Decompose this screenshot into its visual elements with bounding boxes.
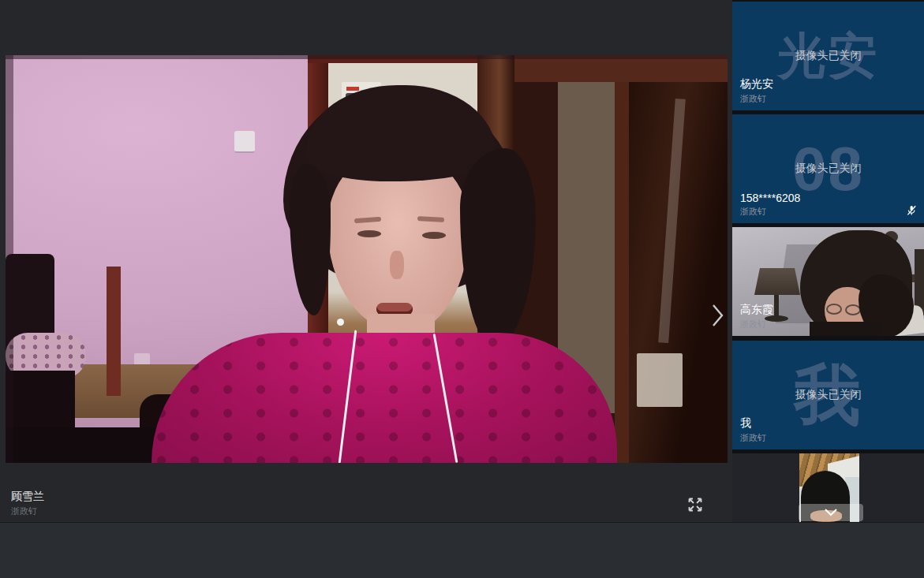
white-box-shelf (637, 353, 683, 407)
participant-tile-video[interactable]: 高东霞 浙政钉 (732, 227, 924, 336)
participant-name: 我 (740, 416, 751, 431)
participant-sidebar: 光安 摄像头已关闭 杨光安 浙政钉 08 摄像头已关闭 158****6208 … (732, 0, 924, 522)
participant-name: 杨光安 (740, 77, 773, 91)
participant-tile-camera-off[interactable]: 光安 摄像头已关闭 杨光安 浙政钉 (732, 2, 924, 110)
main-video-stage (6, 55, 728, 463)
participant-name: 高东霞 (740, 303, 773, 317)
participant-org: 浙政钉 (740, 206, 766, 218)
participant-org: 浙政钉 (740, 432, 766, 444)
speaker-hair-left (290, 164, 331, 315)
fullscreen-button[interactable] (683, 493, 707, 516)
thermostat (234, 131, 255, 153)
cabinet-divider (615, 82, 629, 463)
next-speaker-button[interactable] (706, 293, 728, 337)
woman-clothes (810, 322, 882, 336)
speaker-eye-left (357, 230, 381, 237)
camera-off-text: 摄像头已关闭 (732, 388, 924, 402)
meeting-toolbar: 钉钉 静音 (0, 522, 924, 578)
meeting-window: 顾雪兰 浙政钉 光安 摄像头已关闭 杨光安 浙政钉 08 摄像头已关闭 158*… (0, 0, 924, 578)
wardrobe-top-band (514, 55, 728, 82)
camera-off-text: 摄像头已关闭 (732, 49, 924, 63)
scroll-down-button[interactable] (799, 504, 863, 521)
speaker-eye-right (422, 232, 446, 239)
stage-speaker-name: 顾雪兰 (11, 490, 44, 504)
participant-tile-camera-off[interactable]: 我 摄像头已关闭 我 浙政钉 (732, 341, 924, 449)
earphone-bud (337, 319, 344, 326)
lamp-stand (774, 295, 779, 317)
expand-icon (686, 496, 704, 513)
stage-speaker-org: 浙政钉 (11, 505, 37, 517)
participant-org: 浙政钉 (740, 93, 766, 105)
stage-left-shade (6, 55, 13, 463)
participant-tile-camera-off[interactable]: 08 摄像头已关闭 158****6208 浙政钉 (732, 114, 924, 223)
woman-glasses-left (826, 304, 842, 315)
speaker-sweater (152, 333, 617, 463)
lamp-shade (754, 268, 800, 295)
mic-muted-icon (905, 204, 918, 217)
speaker-nose (390, 251, 404, 279)
participant-name: 158****6208 (740, 192, 800, 204)
stage-top-shade (6, 55, 728, 59)
chevron-down-icon (821, 508, 840, 517)
wood-leg-strip (107, 267, 121, 396)
camera-off-text: 摄像头已关闭 (732, 162, 924, 176)
chevron-right-icon (710, 301, 726, 330)
participant-org: 浙政钉 (740, 319, 766, 330)
carton-logo (346, 87, 359, 91)
